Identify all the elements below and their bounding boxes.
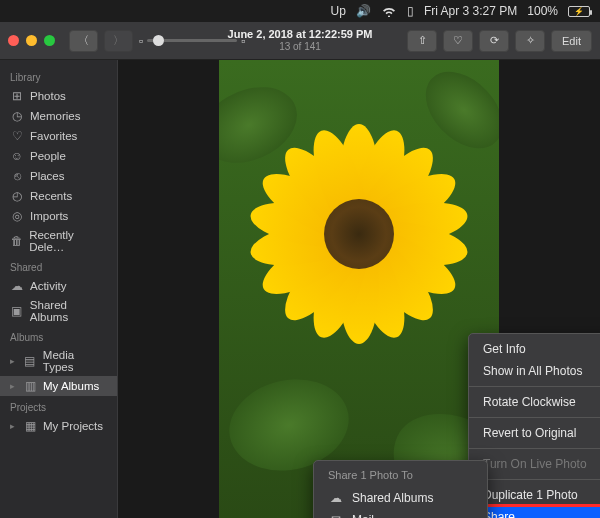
menu-item-revert-to-original[interactable]: Revert to Original bbox=[469, 422, 600, 444]
photo-counter: 13 of 141 bbox=[228, 41, 373, 53]
sidebar-item-icon: ⎋ bbox=[10, 169, 24, 183]
sidebar: Library⊞Photos◷Memories♡Favorites☺People… bbox=[0, 60, 118, 518]
sidebar-section-label: Library bbox=[0, 66, 117, 86]
sidebar-item-label: Media Types bbox=[43, 349, 107, 373]
sidebar-item-my-albums[interactable]: ▸▥My Albums bbox=[0, 376, 117, 396]
sidebar-item-activity[interactable]: ☁Activity bbox=[0, 276, 117, 296]
share-item-icon: ✉ bbox=[328, 513, 344, 518]
toolbar: 〈 〉 ▫ ▫ June 2, 2018 at 12:22:59 PM 13 o… bbox=[0, 22, 600, 60]
sidebar-item-label: Places bbox=[30, 170, 65, 182]
sidebar-item-label: My Albums bbox=[43, 380, 99, 392]
menu-item-label: Show in All Photos bbox=[483, 364, 582, 378]
sidebar-item-memories[interactable]: ◷Memories bbox=[0, 106, 117, 126]
sidebar-section-label: Projects bbox=[0, 396, 117, 416]
menu-item-label: Rotate Clockwise bbox=[483, 395, 576, 409]
share-button[interactable]: ⇧ bbox=[407, 30, 437, 52]
sidebar-item-icon: ◎ bbox=[10, 209, 24, 223]
share-item-shared-albums[interactable]: ☁Shared Albums bbox=[314, 487, 487, 509]
chevron-icon: ▸ bbox=[10, 421, 15, 431]
photo-sunflower bbox=[219, 60, 499, 518]
upwork-icon: Up bbox=[331, 4, 346, 18]
battery-icon[interactable]: ⚡ bbox=[568, 6, 590, 17]
menu-item-duplicate-photo[interactable]: Duplicate 1 Photo bbox=[469, 484, 600, 506]
chevron-icon: ▸ bbox=[10, 381, 15, 391]
sidebar-item-my-projects[interactable]: ▸▦My Projects bbox=[0, 416, 117, 436]
sidebar-item-label: Imports bbox=[30, 210, 68, 222]
sidebar-item-people[interactable]: ☺People bbox=[0, 146, 117, 166]
back-button[interactable]: 〈 bbox=[69, 30, 98, 52]
sidebar-item-recently-dele-[interactable]: 🗑Recently Dele… bbox=[0, 226, 117, 256]
share-menu-header: Share 1 Photo To bbox=[314, 465, 487, 487]
sidebar-item-places[interactable]: ⎋Places bbox=[0, 166, 117, 186]
sidebar-item-label: Photos bbox=[30, 90, 66, 102]
rotate-button[interactable]: ⟳ bbox=[479, 30, 509, 52]
forward-button: 〉 bbox=[104, 30, 133, 52]
menu-item-label: Turn On Live Photo bbox=[483, 457, 587, 471]
sidebar-item-icon: ▣ bbox=[10, 304, 24, 318]
share-item-label: Mail bbox=[352, 513, 374, 518]
favorite-button[interactable]: ♡ bbox=[443, 30, 473, 52]
menu-separator bbox=[469, 479, 600, 480]
sidebar-item-favorites[interactable]: ♡Favorites bbox=[0, 126, 117, 146]
menu-item-share[interactable]: Share▶ bbox=[469, 506, 600, 518]
sidebar-item-label: Recents bbox=[30, 190, 72, 202]
sidebar-item-icon: 🗑 bbox=[10, 234, 23, 248]
photo-timestamp: June 2, 2018 at 12:22:59 PM bbox=[228, 28, 373, 41]
sidebar-item-label: Activity bbox=[30, 280, 66, 292]
sidebar-item-imports[interactable]: ◎Imports bbox=[0, 206, 117, 226]
sidebar-item-label: People bbox=[30, 150, 66, 162]
menu-separator bbox=[469, 386, 600, 387]
sidebar-item-label: Shared Albums bbox=[30, 299, 107, 323]
wifi-icon[interactable] bbox=[381, 6, 397, 17]
menu-separator bbox=[469, 448, 600, 449]
sidebar-item-icon: ☺ bbox=[10, 149, 24, 163]
sidebar-item-icon: ▤ bbox=[23, 354, 37, 368]
window-controls[interactable] bbox=[8, 35, 55, 46]
auto-enhance-button[interactable]: ✧ bbox=[515, 30, 545, 52]
sidebar-item-icon: ⊞ bbox=[10, 89, 24, 103]
share-submenu[interactable]: Share 1 Photo To☁Shared Albums✉Mail💬Mess… bbox=[313, 460, 488, 518]
sidebar-item-icon: ◴ bbox=[10, 189, 24, 203]
sidebar-section-label: Albums bbox=[0, 326, 117, 346]
menu-item-label: Revert to Original bbox=[483, 426, 576, 440]
sidebar-item-label: Memories bbox=[30, 110, 80, 122]
sidebar-section-label: Shared bbox=[0, 256, 117, 276]
sidebar-item-icon: ☁ bbox=[10, 279, 24, 293]
menu-item-turn-on-live-photo: Turn On Live Photo bbox=[469, 453, 600, 475]
sidebar-item-recents[interactable]: ◴Recents bbox=[0, 186, 117, 206]
sidebar-item-media-types[interactable]: ▸▤Media Types bbox=[0, 346, 117, 376]
menu-separator bbox=[469, 417, 600, 418]
menu-item-get-info[interactable]: Get Info bbox=[469, 338, 600, 360]
toolbar-title-group: June 2, 2018 at 12:22:59 PM 13 of 141 bbox=[228, 28, 373, 53]
zoom-out-icon: ▫ bbox=[139, 34, 143, 48]
menu-item-label: Duplicate 1 Photo bbox=[483, 488, 578, 502]
sidebar-item-shared-albums[interactable]: ▣Shared Albums bbox=[0, 296, 117, 326]
menubar: Up 🔊 ▯ Fri Apr 3 3:27 PM 100% ⚡ bbox=[0, 0, 600, 22]
battery-percent: 100% bbox=[527, 4, 558, 18]
menu-item-rotate-clockwise[interactable]: Rotate Clockwise bbox=[469, 391, 600, 413]
photo-viewer[interactable]: Get InfoShow in All PhotosRotate Clockwi… bbox=[118, 60, 600, 518]
edit-button[interactable]: Edit bbox=[551, 30, 592, 52]
sidebar-item-icon: ▥ bbox=[23, 379, 37, 393]
output-icon[interactable]: ▯ bbox=[407, 4, 414, 18]
sidebar-item-label: Favorites bbox=[30, 130, 77, 142]
share-item-label: Shared Albums bbox=[352, 491, 433, 505]
share-item-mail[interactable]: ✉Mail bbox=[314, 509, 487, 518]
menubar-datetime[interactable]: Fri Apr 3 3:27 PM bbox=[424, 4, 517, 18]
menu-item-show-in-all-photos[interactable]: Show in All Photos bbox=[469, 360, 600, 382]
sidebar-item-label: Recently Dele… bbox=[29, 229, 107, 253]
sidebar-item-label: My Projects bbox=[43, 420, 103, 432]
menu-item-label: Get Info bbox=[483, 342, 526, 356]
sidebar-item-icon: ◷ bbox=[10, 109, 24, 123]
sidebar-item-icon: ▦ bbox=[23, 419, 37, 433]
sidebar-item-photos[interactable]: ⊞Photos bbox=[0, 86, 117, 106]
share-item-icon: ☁ bbox=[328, 491, 344, 505]
volume-icon[interactable]: 🔊 bbox=[356, 4, 371, 18]
sidebar-item-icon: ♡ bbox=[10, 129, 24, 143]
chevron-icon: ▸ bbox=[10, 356, 15, 366]
